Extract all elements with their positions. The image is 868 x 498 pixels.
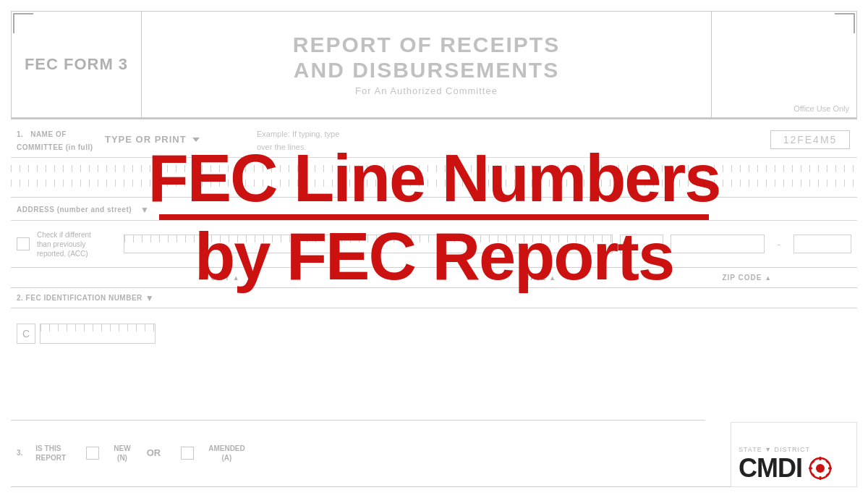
new-checkbox	[86, 447, 99, 460]
svg-rect-2	[820, 457, 822, 460]
overlay-line1: FEC Line Numbers	[148, 145, 720, 211]
overlay-text-container: FEC Line Numbers by FEC Reports	[0, 145, 868, 290]
form-header: FEC FORM 3 REPORT OF RECEIPTS AND DISBUR…	[11, 11, 857, 118]
new-label: NEW(N)	[114, 444, 130, 463]
field2-label: 2. FEC IDENTIFICATION NUMBER	[17, 294, 142, 303]
c-prefix-box: C	[17, 324, 35, 344]
field2-arrow: ▼	[145, 293, 154, 303]
tick-fec-id	[41, 324, 155, 332]
office-use-cell: Office Use Only	[712, 12, 856, 117]
field3-number: 3.	[17, 448, 22, 457]
fec-id-input-area: C	[11, 308, 166, 359]
svg-rect-5	[828, 468, 832, 470]
bottom-border	[11, 486, 734, 488]
or-label: OR	[147, 447, 161, 458]
header-divider	[11, 118, 857, 119]
fec-id-input-box	[40, 324, 156, 344]
title-text-2: AND DISBURSEMENTS	[294, 58, 559, 82]
svg-rect-3	[820, 476, 822, 480]
svg-rect-4	[809, 468, 812, 470]
cmdi-state-district-label: STATE ▼ DISTRICT	[739, 446, 810, 453]
title-text-1: REPORT OF RECEIPTS	[293, 33, 560, 56]
field3-label: IS THISREPORT	[35, 444, 72, 463]
form-title-cell: REPORT OF RECEIPTS AND DISBURSEMENTS For…	[142, 12, 712, 117]
report-subtitle: For An Authorized Committee	[355, 85, 498, 96]
cmdi-gear-icon	[807, 455, 834, 482]
cmdi-name: CMDI	[739, 455, 802, 481]
overlay-line2: by FEC Reports	[195, 223, 673, 290]
row3-is-this-report: 3. IS THISREPORT NEW(N) OR AMENDED(A)	[11, 420, 705, 485]
state-district-text: STATE ▼ DISTRICT	[739, 446, 810, 453]
amended-label: AMENDED(A)	[208, 444, 245, 463]
amended-checkbox	[181, 447, 194, 460]
form-id-cell: FEC FORM 3	[12, 12, 142, 117]
svg-point-1	[816, 464, 825, 473]
cmdi-brand-row: CMDI	[739, 455, 834, 482]
form-id-label: FEC FORM 3	[25, 56, 128, 73]
office-use-label: Office Use Only	[793, 104, 849, 113]
cmdi-logo-box: STATE ▼ DISTRICT CMDI	[731, 422, 857, 487]
report-title-line1: REPORT OF RECEIPTS AND DISBURSEMENTS	[293, 33, 560, 83]
